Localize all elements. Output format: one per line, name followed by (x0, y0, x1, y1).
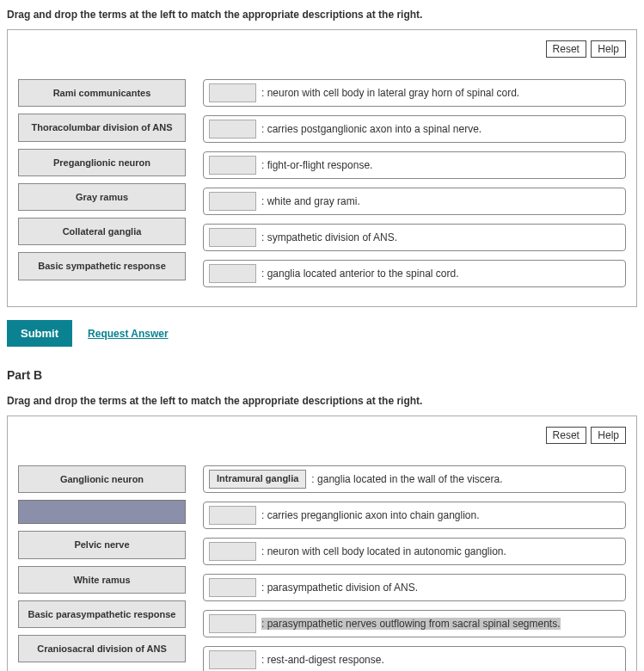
draggable-term[interactable]: Thoracolumbar division of ANS (18, 114, 186, 141)
drop-description: : parasympathetic division of ANS. (261, 582, 418, 594)
request-answer-link[interactable]: Request Answer (88, 328, 169, 340)
drop-zone[interactable] (209, 614, 256, 633)
drop-row: : white and gray rami. (203, 188, 626, 215)
part-a-drops-column: : neuron with cell body in lateral gray … (203, 79, 626, 296)
drop-zone[interactable] (209, 650, 256, 669)
drop-zone[interactable] (209, 506, 256, 525)
drop-row: : fight-or-flight response. (203, 151, 626, 179)
drop-description: : ganglia located in the wall of the vis… (311, 473, 502, 485)
drop-zone[interactable] (209, 542, 256, 561)
part-b-top-buttons: Reset Help (18, 427, 626, 444)
help-button[interactable]: Help (591, 40, 626, 58)
drop-row: : neuron with cell body located in auton… (203, 538, 626, 565)
drop-zone[interactable] (209, 264, 256, 283)
drop-description: : white and gray rami. (261, 195, 360, 207)
reset-button[interactable]: Reset (546, 427, 586, 444)
drop-zone[interactable] (209, 578, 256, 597)
draggable-term[interactable]: Collateral ganglia (18, 218, 186, 245)
drop-row: : carries preganglionic axon into chain … (203, 502, 626, 529)
draggable-term[interactable]: Rami communicantes (18, 79, 186, 107)
drop-description: : parasympathetic nerves outflowing from… (261, 618, 561, 630)
drop-row: Intramural ganglia: ganglia located in t… (203, 465, 626, 493)
draggable-term[interactable]: Pelvic nerve (18, 531, 186, 558)
drop-row: : parasympathetic nerves outflowing from… (203, 610, 626, 637)
draggable-term[interactable]: White ramus (18, 566, 186, 594)
draggable-term[interactable]: Basic sympathetic response (18, 252, 186, 280)
drop-zone[interactable] (209, 192, 256, 211)
drop-zone[interactable] (209, 156, 256, 175)
draggable-term[interactable]: Preganglionic neuron (18, 149, 186, 176)
drop-zone[interactable] (209, 120, 256, 139)
drop-row: : neuron with cell body in lateral gray … (203, 79, 626, 107)
action-bar: Submit Request Answer (7, 320, 637, 347)
drop-zone[interactable] (209, 228, 256, 247)
reset-button[interactable]: Reset (546, 40, 586, 58)
draggable-term[interactable]: Craniosacral division of ANS (18, 635, 186, 662)
drop-row: : sympathetic division of ANS. (203, 224, 626, 251)
drop-description: : rest-and-digest response. (261, 654, 384, 666)
part-b-heading: Part B (7, 368, 637, 382)
empty-term-slot[interactable] (18, 500, 186, 524)
part-a-panel: Reset Help Rami communicantesThoracolumb… (7, 29, 637, 307)
drop-description: : neuron with cell body located in auton… (261, 545, 506, 557)
drop-row: : carries postganglionic axon into a spi… (203, 115, 626, 143)
part-b-matching-area: Ganglionic neuronPelvic nerveWhite ramus… (18, 465, 626, 671)
help-button[interactable]: Help (591, 427, 626, 444)
part-b-instructions: Drag and drop the terms at the left to m… (7, 395, 637, 407)
drop-row: : rest-and-digest response. (203, 646, 626, 671)
drop-description: : fight-or-flight response. (261, 159, 372, 171)
part-a-top-buttons: Reset Help (18, 40, 626, 58)
draggable-term[interactable]: Basic parasympathetic response (18, 600, 186, 628)
drop-row: : ganglia located anterior to the spinal… (203, 260, 626, 287)
part-b-drops-column: Intramural ganglia: ganglia located in t… (203, 465, 626, 671)
drop-zone[interactable] (209, 83, 256, 102)
part-a-instructions: Drag and drop the terms at the left to m… (7, 9, 637, 21)
drop-row: : parasympathetic division of ANS. (203, 574, 626, 601)
drop-zone[interactable]: Intramural ganglia (209, 470, 306, 489)
drop-description: : neuron with cell body in lateral gray … (261, 87, 519, 99)
drop-description: : carries preganglionic axon into chain … (261, 509, 480, 521)
part-b-terms-column: Ganglionic neuronPelvic nerveWhite ramus… (18, 465, 186, 669)
draggable-term[interactable]: Gray ramus (18, 183, 186, 211)
part-a-matching-area: Rami communicantesThoracolumbar division… (18, 79, 626, 296)
drop-description: : sympathetic division of ANS. (261, 231, 397, 243)
draggable-term[interactable]: Ganglionic neuron (18, 465, 186, 493)
part-b-panel: Reset Help Ganglionic neuronPelvic nerve… (7, 416, 637, 671)
drop-description: : ganglia located anterior to the spinal… (261, 268, 458, 280)
drop-description: : carries postganglionic axon into a spi… (261, 123, 481, 135)
submit-button[interactable]: Submit (7, 320, 72, 347)
part-a-terms-column: Rami communicantesThoracolumbar division… (18, 79, 186, 287)
